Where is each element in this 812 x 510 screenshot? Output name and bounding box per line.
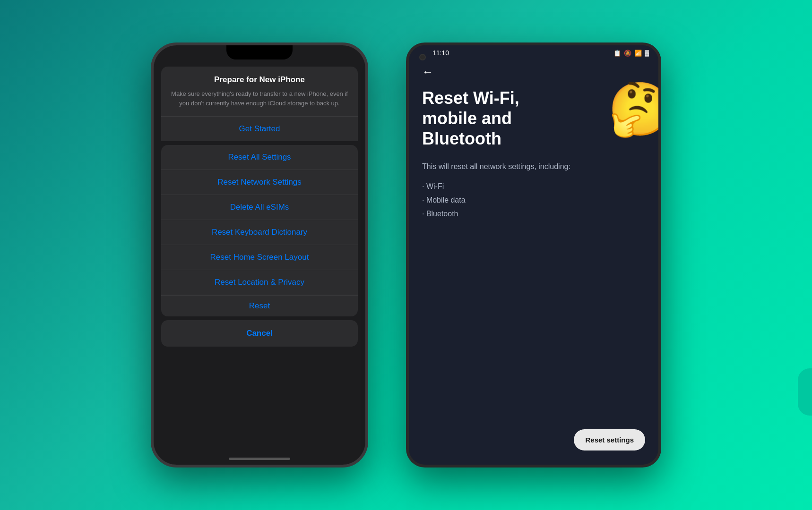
reset-home-screen-layout-item[interactable]: Reset Home Screen Layout (161, 245, 358, 270)
delete-all-esims-item[interactable]: Delete All eSIMs (161, 195, 358, 220)
android-device: 11:10 📋 🔕 📶 ▓ ← Reset Wi-Fi, mobile and … (406, 42, 661, 468)
thinking-emoji: 🤔 (608, 83, 661, 135)
android-time: 11:10 (432, 49, 449, 57)
battery-icon: ▓ (645, 50, 649, 56)
iphone-notch (226, 45, 293, 60)
android-camera (419, 54, 426, 60)
teal-decorative-circle (798, 368, 812, 416)
reset-all-settings-item[interactable]: Reset All Settings (161, 145, 358, 170)
sim-icon: 📋 (613, 50, 621, 57)
scene: Prepare for New iPhone Make sure everyth… (0, 0, 812, 510)
android-list-bluetooth: · Bluetooth (422, 207, 645, 221)
prepare-iphone-body: Make sure everything's ready to transfer… (171, 89, 348, 108)
reset-keyboard-dictionary-item[interactable]: Reset Keyboard Dictionary (161, 220, 358, 245)
prepare-iphone-title: Prepare for New iPhone (171, 75, 348, 85)
android-status-icons: 📋 🔕 📶 ▓ (613, 50, 649, 57)
iphone-mute-button (151, 102, 152, 119)
iphone-power-button (367, 130, 368, 173)
iphone-volume-down-button (151, 163, 152, 194)
cancel-button[interactable]: Cancel (161, 320, 358, 347)
android-list-wifi: · Wi-Fi (422, 180, 645, 194)
get-started-button[interactable]: Get Started (161, 116, 358, 141)
reset-network-settings-item[interactable]: Reset Network Settings (161, 170, 358, 195)
iphone-home-bar (229, 458, 290, 460)
android-list-mobile: · Mobile data (422, 194, 645, 207)
android-description: This will reset all network settings, in… (422, 161, 645, 173)
reset-location-privacy-item[interactable]: Reset Location & Privacy (161, 270, 358, 295)
reset-item[interactable]: Reset (161, 295, 358, 316)
action-sheet: Reset All Settings Reset Network Setting… (161, 145, 358, 316)
android-title: Reset Wi-Fi, mobile and Bluetooth (422, 88, 567, 149)
iphone-device: Prepare for New iPhone Make sure everyth… (151, 42, 368, 468)
wifi-icon: 📶 (634, 50, 642, 57)
android-back-button[interactable]: ← (422, 65, 645, 78)
android-reset-settings-button[interactable]: Reset settings (574, 429, 645, 450)
iphone-screen: Prepare for New iPhone Make sure everyth… (154, 45, 365, 465)
android-status-bar: 11:10 📋 🔕 📶 ▓ (409, 45, 658, 60)
cancel-sheet: Cancel (161, 320, 358, 347)
iphone-volume-up-button (151, 126, 152, 156)
mute-icon: 🔕 (624, 50, 631, 57)
prepare-iphone-card: Prepare for New iPhone Make sure everyth… (161, 67, 358, 116)
